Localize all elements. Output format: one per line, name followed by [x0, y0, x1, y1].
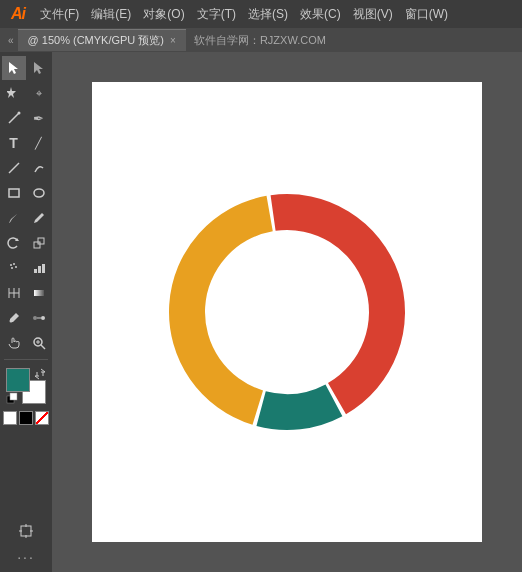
pencil-tool[interactable]	[27, 206, 51, 230]
donut-segment-teal	[256, 384, 342, 430]
svg-marker-2	[7, 87, 16, 98]
blend-tool[interactable]	[27, 306, 51, 330]
tool-row-5	[0, 156, 52, 180]
tool-row-12	[0, 331, 52, 355]
tool-row-3: ✒	[0, 106, 52, 130]
magic-wand-tool[interactable]	[2, 81, 26, 105]
tool-row-2: ⌖	[0, 81, 52, 105]
tab-close-button[interactable]: ×	[170, 35, 176, 46]
hand-tool[interactable]	[2, 331, 26, 355]
svg-rect-5	[9, 189, 19, 197]
select-tool[interactable]	[2, 56, 26, 80]
artboard-tool-row	[14, 519, 38, 543]
menu-file[interactable]: 文件(F)	[34, 4, 85, 25]
ellipse-tool[interactable]	[27, 181, 51, 205]
menu-text[interactable]: 文字(T)	[191, 4, 242, 25]
main-area: ⌖ ✒ T ╱	[0, 52, 522, 572]
more-tools-button[interactable]: ...	[17, 546, 35, 562]
svg-marker-0	[9, 62, 18, 74]
document-tab[interactable]: @ 150% (CMYK/GPU 预览) ×	[18, 29, 186, 51]
reset-colors-icon[interactable]	[6, 392, 18, 404]
vertical-type-tool[interactable]: ╱	[27, 131, 51, 155]
arc-tool[interactable]	[27, 156, 51, 180]
tab-label: @ 150% (CMYK/GPU 预览)	[28, 33, 164, 48]
swap-colors-icon[interactable]	[34, 368, 46, 380]
toolbar: ⌖ ✒ T ╱	[0, 52, 52, 572]
svg-point-10	[10, 264, 12, 266]
menu-bar: Ai 文件(F) 编辑(E) 对象(O) 文字(T) 选择(S) 效果(C) 视…	[0, 0, 522, 28]
tool-row-11	[0, 306, 52, 330]
gradient-tool[interactable]	[27, 281, 51, 305]
svg-point-12	[11, 267, 13, 269]
menu-view[interactable]: 视图(V)	[347, 4, 399, 25]
donut-segment-red	[271, 194, 405, 414]
svg-point-11	[13, 263, 15, 265]
app-logo: Ai	[4, 5, 32, 23]
donut-segment-orange	[169, 196, 273, 425]
svg-rect-16	[42, 264, 45, 273]
svg-rect-8	[34, 242, 40, 248]
svg-rect-14	[34, 269, 37, 273]
svg-rect-9	[38, 238, 44, 244]
pen-tool[interactable]	[2, 106, 26, 130]
svg-point-3	[17, 112, 20, 115]
color-swatch-black[interactable]	[19, 411, 33, 425]
tool-row-8	[0, 231, 52, 255]
mesh-tool[interactable]	[2, 281, 26, 305]
menu-object[interactable]: 对象(O)	[137, 4, 190, 25]
menu-edit[interactable]: 编辑(E)	[85, 4, 137, 25]
tool-row-7	[0, 206, 52, 230]
tool-row-6	[0, 181, 52, 205]
svg-point-6	[34, 189, 44, 197]
small-swatches-row	[3, 411, 49, 425]
rectangle-tool[interactable]	[2, 181, 26, 205]
line-segment-tool[interactable]	[2, 156, 26, 180]
svg-rect-21	[34, 290, 44, 296]
tool-row-4: T ╱	[0, 131, 52, 155]
toolbar-bottom: ...	[14, 519, 38, 568]
zoom-tool[interactable]	[27, 331, 51, 355]
color-swatches	[6, 368, 46, 404]
paintbrush-tool[interactable]	[2, 206, 26, 230]
tool-row-10	[0, 281, 52, 305]
svg-rect-34	[21, 526, 31, 536]
svg-rect-33	[10, 393, 17, 400]
rotate-tool[interactable]	[2, 231, 26, 255]
svg-point-23	[33, 316, 37, 320]
tab-bar: « @ 150% (CMYK/GPU 预览) × 软件自学网：RJZXW.COM	[0, 28, 522, 52]
tool-row-1	[0, 56, 52, 80]
svg-marker-1	[34, 62, 43, 74]
menu-window[interactable]: 窗口(W)	[399, 4, 454, 25]
tool-row-9	[0, 256, 52, 280]
lasso-tool[interactable]: ⌖	[27, 81, 51, 105]
svg-point-13	[15, 266, 17, 268]
menu-select[interactable]: 选择(S)	[242, 4, 294, 25]
toolbar-separator	[4, 359, 48, 360]
canvas-paper: .seg-orange { fill: #e8a020; } .seg-red …	[92, 82, 482, 542]
add-anchor-tool[interactable]: ✒	[27, 106, 51, 130]
scale-tool[interactable]	[27, 231, 51, 255]
artboard-tool[interactable]	[14, 519, 38, 543]
svg-rect-15	[38, 266, 41, 273]
eyedropper-tool[interactable]	[2, 306, 26, 330]
color-swatch-white[interactable]	[3, 411, 17, 425]
svg-point-24	[41, 316, 45, 320]
svg-line-4	[9, 163, 19, 173]
svg-point-22	[9, 320, 12, 323]
tab-website-label: 软件自学网：RJZXW.COM	[186, 33, 334, 48]
canvas-area: .seg-orange { fill: #e8a020; } .seg-red …	[52, 52, 522, 572]
column-graph-tool[interactable]	[27, 256, 51, 280]
direct-select-tool[interactable]	[27, 56, 51, 80]
tab-collapse-button[interactable]: «	[4, 35, 18, 46]
type-tool[interactable]: T	[2, 131, 26, 155]
symbol-sprayer-tool[interactable]	[2, 256, 26, 280]
menu-effect[interactable]: 效果(C)	[294, 4, 347, 25]
foreground-color-swatch[interactable]	[6, 368, 30, 392]
svg-line-27	[41, 345, 45, 349]
donut-chart: .seg-orange { fill: #e8a020; } .seg-red …	[147, 172, 427, 452]
menu-items: 文件(F) 编辑(E) 对象(O) 文字(T) 选择(S) 效果(C) 视图(V…	[34, 4, 454, 25]
color-swatch-none[interactable]	[35, 411, 49, 425]
